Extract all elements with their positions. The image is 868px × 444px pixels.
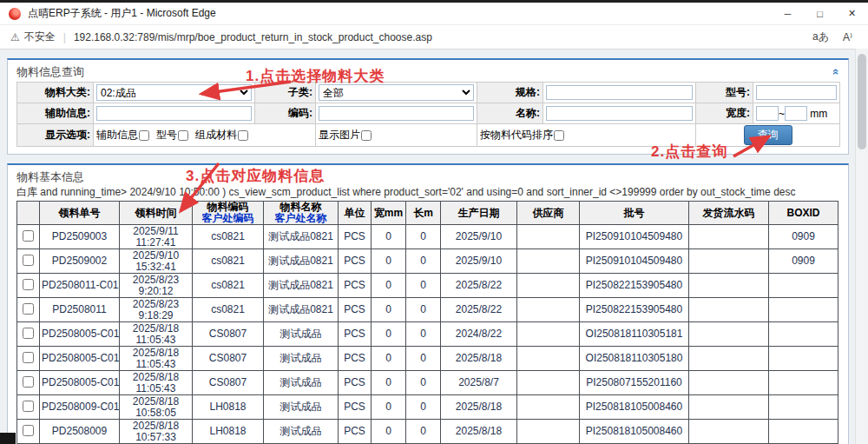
category-select[interactable]: 02:成品: [96, 84, 252, 101]
cell: [769, 420, 838, 444]
close-button[interactable]: ✕: [836, 3, 868, 24]
aux-info-input[interactable]: [96, 106, 252, 121]
table-row[interactable]: PD2508011-C012025/8/23 9:20:12cs0821测试成品…: [17, 274, 838, 298]
table-row[interactable]: PD25090032025/9/11 11:27:41cs0821测试成品082…: [17, 225, 838, 249]
table-row[interactable]: PD2508005-C012025/8/18 11:05:43CS0807测试成…: [17, 347, 838, 371]
cell: 2025/8/23 9:18:29: [120, 298, 193, 322]
query-panel-header: 物料信息查询 «: [16, 62, 839, 82]
name-label: 名称:: [477, 103, 543, 124]
cell: 0: [372, 371, 406, 395]
cell: 2025/8/18 10:57:33: [120, 420, 193, 444]
translate-icon[interactable]: aあ: [812, 30, 829, 44]
cell: PI250822153905480: [580, 274, 689, 298]
table-row[interactable]: PD2508005-C012025/8/18 11:05:43CS0807测试成…: [17, 322, 838, 347]
opt-picture-label: 显示图片: [319, 129, 360, 141]
cell: 0: [372, 249, 406, 274]
name-input[interactable]: [546, 106, 693, 121]
table-header-row: 领料单号领料时间物料编码客户处编码物料名称客户处名称单位宽mm长m生产日期供应商…: [17, 202, 838, 225]
row-checkbox[interactable]: [23, 376, 34, 388]
warning-icon: ⚠: [10, 31, 20, 43]
column-header-checkbox: [17, 202, 40, 225]
cell: OI250818110305180: [580, 347, 689, 371]
row-checkbox[interactable]: [23, 303, 34, 315]
cell: [517, 371, 580, 395]
read-aloud-icon[interactable]: A⁾: [843, 31, 852, 43]
cell: [517, 274, 580, 298]
cell: PCS: [339, 298, 372, 322]
cell: [769, 395, 838, 420]
cell: PD2508005-C01: [40, 322, 120, 347]
cell: 2025/8/18: [441, 420, 517, 444]
cell: PCS: [339, 347, 372, 371]
opt-compose-checkbox[interactable]: [238, 130, 248, 141]
cell: PD2509002: [40, 249, 120, 274]
column-header: 长m: [406, 202, 441, 225]
row-checkbox[interactable]: [23, 328, 34, 339]
opt-model-checkbox[interactable]: [178, 130, 188, 141]
spec-cell: [543, 83, 696, 103]
cell: [689, 371, 769, 395]
width-min-input[interactable]: [756, 106, 779, 121]
model-input[interactable]: [756, 85, 837, 100]
address-bar[interactable]: ⚠ 不安全 | 192.168.0.32:789/mis/mrp/boe_pro…: [0, 24, 868, 50]
code-input[interactable]: [319, 106, 474, 121]
cell: LH0818: [193, 395, 264, 420]
display-options-group-1: 辅助信息型号组成材料: [94, 124, 316, 147]
window-corner-artifact: [0, 433, 16, 444]
cell: [769, 322, 838, 347]
spec-input[interactable]: [546, 85, 693, 100]
cell: [517, 322, 580, 347]
vertical-scrollbar[interactable]: [855, 49, 868, 444]
cell: [517, 420, 580, 444]
cell: 0: [372, 395, 406, 420]
page-content: 物料信息查询 « 物料大类: 02:成品 子类: 全部 规格:: [0, 50, 868, 444]
cell: PD2508011: [40, 298, 120, 322]
title-bar[interactable]: 点晴ERP子系统 - 用户1 - Microsoft Edge ─ □ ✕: [0, 3, 868, 24]
cell: PI250822153905480: [580, 298, 689, 322]
cell: LH0818: [193, 420, 264, 444]
cell: cs0821: [193, 249, 264, 274]
cell: 0: [372, 298, 406, 322]
opt-sort-checkbox[interactable]: [554, 130, 564, 141]
opt-aux-label: 辅助信息: [96, 129, 138, 141]
row-checkbox[interactable]: [23, 352, 34, 363]
row-checkbox[interactable]: [23, 279, 34, 290]
url-text[interactable]: 192.168.0.32:789/mis/mrp/boe_product_ret…: [74, 31, 432, 43]
table-row[interactable]: PD2508009-C012025/8/18 10:58:05LH0818测试成…: [17, 395, 838, 420]
cell: PD2508009-C01: [40, 395, 120, 420]
cell: PCS: [339, 249, 372, 274]
search-button[interactable]: 查询: [744, 125, 792, 145]
table-row[interactable]: PD25080112025/8/23 9:18:29cs0821测试成品0821…: [17, 298, 838, 322]
cell: 0: [372, 420, 406, 444]
minimize-button[interactable]: ─: [772, 3, 804, 24]
maximize-button[interactable]: □: [804, 3, 836, 24]
row-checkbox[interactable]: [23, 255, 34, 266]
app-logo-icon: [9, 8, 21, 20]
width-max-input[interactable]: [785, 106, 807, 121]
opt-picture-checkbox[interactable]: [361, 130, 372, 141]
row-checkbox[interactable]: [23, 230, 34, 242]
checkbox-cell: [17, 298, 40, 322]
cell: PI250818105008460: [580, 420, 689, 444]
cell: 0909: [769, 249, 838, 274]
table-row[interactable]: PD25080092025/8/18 10:57:33LH0818测试成品PCS…: [17, 420, 838, 444]
window-controls: ─ □ ✕: [772, 3, 868, 24]
collapse-chevron-icon[interactable]: «: [831, 69, 842, 75]
subclass-select[interactable]: 全部: [319, 84, 474, 101]
materials-table: 领料单号领料时间物料编码客户处编码物料名称客户处名称单位宽mm长m生产日期供应商…: [16, 201, 838, 444]
table-row[interactable]: PD25090022025/9/10 15:32:41cs0821测试成品082…: [17, 249, 838, 274]
width-label: 宽度:: [696, 103, 753, 124]
table-row[interactable]: PD2508005-C012025/8/18 11:05:43CS0807测试成…: [17, 371, 838, 395]
cell: 测试成品0821: [264, 225, 339, 249]
scrollbar-thumb[interactable]: [858, 54, 866, 149]
column-header: 物料编码客户处编码: [193, 202, 264, 225]
window-title: 点晴ERP子系统 - 用户1 - Microsoft Edge: [28, 6, 216, 21]
cell: [517, 249, 580, 274]
security-chip[interactable]: ⚠ 不安全: [10, 30, 56, 44]
display-options-group-2: 显示图片: [316, 124, 477, 147]
cell: [769, 298, 838, 322]
opt-aux-checkbox[interactable]: [139, 130, 149, 141]
row-checkbox[interactable]: [23, 401, 34, 412]
cell: OI250818110305181: [580, 322, 689, 347]
row-checkbox[interactable]: [23, 425, 34, 436]
